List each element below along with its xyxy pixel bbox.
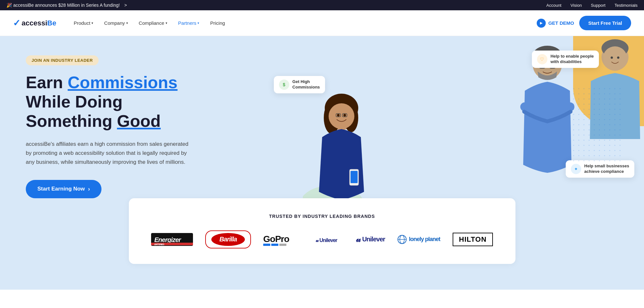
demo-play-icon: ▶	[537, 19, 546, 28]
energizer-logo-icon: Energizer BATTERIES	[151, 233, 193, 246]
orange-accent-shape	[573, 36, 644, 126]
svg-rect-11	[351, 171, 358, 183]
commissions-card-text: Get HighCommissions	[293, 79, 320, 90]
brand-unilever: 𝓊 Unilever 𝓊 Unilever	[314, 232, 385, 247]
get-demo-button[interactable]: ▶ GET DEMO	[537, 19, 574, 28]
svg-point-1	[326, 99, 357, 130]
svg-point-2	[325, 94, 358, 123]
logo-text-blue: Be	[47, 19, 56, 27]
hero-title: Earn Commissions While DoingSomething Go…	[26, 73, 193, 131]
hero-title-highlight-good: Good	[117, 112, 161, 130]
svg-rect-34	[263, 244, 270, 246]
hero-description: accessiBe's affiliates earn a high commi…	[26, 140, 193, 167]
nav-compliance[interactable]: Compliance ▾	[134, 18, 172, 28]
nav-compliance-label: Compliance	[139, 20, 164, 26]
svg-rect-9	[342, 114, 347, 117]
svg-rect-16	[550, 64, 555, 68]
announcement-left: 🎉 accessiBe announces $28 Million in Ser…	[6, 3, 127, 8]
brand-lonely-planet: lonely planet	[397, 235, 440, 244]
brand-barilla: Barilla	[205, 230, 251, 248]
trusted-title: TRUSTED BY INDUSTRY LEADING BRANDS	[148, 214, 496, 219]
man-silhouette	[515, 42, 580, 184]
svg-point-4	[344, 103, 358, 132]
demo-label: GET DEMO	[548, 20, 574, 26]
announcement-text: 🎉 accessiBe announces $28 Million in Ser…	[6, 3, 120, 8]
announcement-top-links: Account Vision Support Testimonials	[546, 3, 638, 8]
enable-card-text: Help to enable peoplewith disabilities	[551, 54, 594, 65]
svg-point-5	[329, 103, 354, 129]
top-link-vision[interactable]: Vision	[571, 3, 582, 8]
navbar: ✓ accessiBe Product ▾ Company ▾ Complian…	[0, 10, 644, 36]
dot-grid-decoration	[573, 85, 625, 169]
svg-point-6	[337, 114, 340, 117]
nav-links: Product ▾ Company ▾ Compliance ▾ Partner…	[69, 18, 537, 28]
start-trial-button[interactable]: Start Free Trial	[579, 16, 631, 30]
nav-actions: ▶ GET DEMO Start Free Trial	[537, 16, 631, 30]
nav-company-label: Company	[104, 20, 125, 26]
nav-partners-label: Partners	[178, 20, 197, 26]
dollar-icon: $	[283, 82, 285, 87]
unilever-u-icon: 𝓊	[356, 234, 360, 244]
top-link-account[interactable]: Account	[546, 3, 562, 8]
start-earning-button[interactable]: Start Earning Now ›	[26, 180, 101, 198]
hero-section: JOIN AN INDUSTRY LEADER Earn Commissions…	[0, 36, 644, 218]
logo[interactable]: ✓ accessiBe	[13, 18, 56, 28]
svg-text:BATTERIES: BATTERIES	[154, 243, 164, 246]
top-link-support[interactable]: Support	[591, 3, 606, 8]
gopro-logo-icon: GoPro	[263, 232, 302, 247]
announcement-chevron: >	[124, 3, 127, 8]
enable-icon: ♡	[537, 54, 547, 64]
nav-compliance-chevron: ▾	[166, 21, 167, 25]
hero-title-part2: While DoingSomething	[26, 92, 122, 130]
svg-rect-15	[539, 64, 545, 68]
svg-text:GoPro: GoPro	[263, 234, 289, 244]
lonely-planet-label: lonely planet	[409, 236, 440, 243]
star-icon: ✦	[574, 166, 578, 172]
announcement-bar: 🎉 accessiBe announces $28 Million in Ser…	[0, 0, 644, 10]
nav-pricing-label: Pricing	[210, 20, 225, 26]
hero-title-part1: Earn	[26, 73, 68, 92]
svg-point-23	[611, 57, 613, 59]
top-link-testimonials[interactable]: Testimonials	[614, 3, 638, 8]
hilton-label: HILTON	[459, 235, 487, 244]
compliance-icon: ✦	[571, 164, 581, 174]
cta-arrow-icon: ›	[88, 186, 90, 192]
nav-company[interactable]: Company ▾	[100, 18, 132, 28]
svg-rect-8	[336, 114, 341, 117]
brand-hilton: HILTON	[453, 233, 493, 246]
svg-point-3	[324, 102, 340, 134]
unilever-logo-icon: 𝓊 Unilever	[314, 232, 356, 247]
svg-point-12	[533, 51, 562, 79]
hero-visual-area: $ Get HighCommissions ♡ Help to enable p…	[271, 36, 644, 218]
svg-point-7	[343, 114, 346, 117]
cta-label: Start Earning Now	[37, 186, 85, 192]
svg-text:𝓊 Unilever: 𝓊 Unilever	[315, 238, 337, 243]
svg-rect-36	[279, 244, 286, 246]
svg-point-24	[617, 57, 620, 59]
hero-title-highlight-commissions: Commissions	[68, 73, 178, 92]
logo-text: accessiBe	[22, 19, 56, 27]
nav-product-chevron: ▾	[91, 21, 93, 25]
compliance-card-text: Help small businessesachieve compliance	[584, 163, 629, 174]
hero-badge: JOIN AN INDUSTRY LEADER	[26, 55, 99, 65]
trial-label: Start Free Trial	[588, 20, 622, 26]
nav-company-chevron: ▾	[126, 21, 128, 25]
svg-point-20	[601, 43, 629, 70]
svg-text:Energizer: Energizer	[154, 236, 181, 243]
svg-text:Barilla: Barilla	[219, 236, 237, 243]
unilever-text: 𝓊 Unilever	[356, 234, 385, 244]
hero-content: JOIN AN INDUSTRY LEADER Earn Commissions…	[0, 36, 219, 218]
svg-point-14	[534, 54, 560, 79]
float-card-compliance: ✦ Help small businessesachieve complianc…	[566, 160, 634, 178]
svg-rect-35	[271, 244, 278, 246]
svg-point-13	[533, 46, 562, 65]
commissions-icon: $	[279, 79, 289, 90]
lonely-planet-globe-icon	[397, 235, 407, 244]
nav-product[interactable]: Product ▾	[69, 18, 98, 28]
nav-pricing[interactable]: Pricing	[206, 18, 229, 28]
svg-rect-10	[350, 169, 359, 185]
svg-point-18	[541, 65, 543, 68]
svg-rect-26	[573, 88, 625, 165]
nav-partners[interactable]: Partners ▾	[174, 18, 204, 28]
logo-check-icon: ✓	[13, 18, 20, 28]
